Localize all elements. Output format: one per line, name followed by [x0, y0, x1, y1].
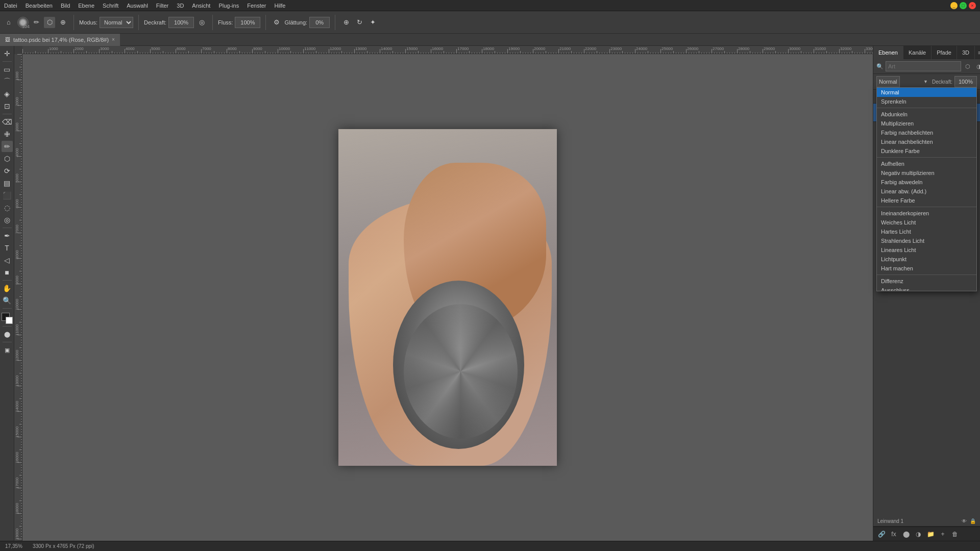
blend-option-hellere-farbe[interactable]: Hellere Farbe: [877, 196, 976, 205]
stamp-tool[interactable]: ⬡: [2, 153, 13, 164]
blend-option-farbig-nachbelichten[interactable]: Farbig nachbelichten: [877, 128, 976, 137]
brush-icon[interactable]: ✏: [31, 17, 42, 28]
blend-option-farbig-abwedeln[interactable]: Farbig abwedeln: [877, 178, 976, 187]
blend-option-aufhellen[interactable]: Aufhellen: [877, 159, 976, 168]
blend-option-dunklere-farbe[interactable]: Dunklere Farbe: [877, 146, 976, 156]
blend-option-multiplizieren[interactable]: Multiplizieren: [877, 119, 976, 128]
canvas-lock-icon[interactable]: 🔒: [970, 518, 976, 524]
blend-option-sprenkeln[interactable]: Sprenkeln: [877, 97, 976, 106]
file-tab-icon: 🖼: [5, 37, 10, 42]
background-color[interactable]: [6, 317, 13, 324]
menu-item-datei[interactable]: Datei: [4, 3, 17, 9]
blend-option-ineinanderkopieren[interactable]: Ineinanderkopieren: [877, 209, 976, 218]
blend-option-negativ-multiplizieren[interactable]: Negativ multiplizieren: [877, 168, 976, 178]
filter-adjustment-icon[interactable]: ◑: [974, 62, 980, 71]
blend-opacity-row: Normal ▼ Deckraft: Normal Sprenkeln Abdu…: [873, 74, 980, 90]
dodge-tool[interactable]: ◎: [2, 214, 13, 226]
menu-item-auswahl[interactable]: Auswahl: [127, 3, 148, 9]
menu-item-plugins[interactable]: Plug-ins: [218, 3, 239, 9]
menu-item-bearbeiten[interactable]: Bearbeiten: [26, 3, 53, 9]
heal-tool[interactable]: ✙: [2, 129, 13, 140]
pressure-icon[interactable]: ✦: [367, 17, 378, 28]
canvas-visibility-icon[interactable]: 👁: [962, 518, 967, 524]
tab-3d[interactable]: 3D: [957, 46, 975, 59]
new-layer-icon[interactable]: +: [938, 529, 948, 539]
fluss-input[interactable]: [235, 17, 260, 28]
mask-icon[interactable]: ⬤: [901, 529, 911, 539]
blend-option-normal[interactable]: Normal: [877, 88, 976, 97]
color-swatches[interactable]: [2, 313, 13, 324]
minimize-button[interactable]: _: [950, 2, 958, 9]
v-ruler-canvas: [14, 54, 22, 541]
eraser-icon[interactable]: ⬡: [44, 17, 55, 28]
screen-mode-icon[interactable]: ▣: [2, 344, 13, 356]
filter-pixel-icon[interactable]: ⬡: [963, 62, 972, 71]
rotate-icon[interactable]: ↻: [354, 17, 365, 28]
move-tool[interactable]: ✛: [2, 48, 13, 59]
blend-option-strahlendes-licht[interactable]: Strahlendes Licht: [877, 236, 976, 245]
blend-option-linear-nachbelichten[interactable]: Linear nachbelichten: [877, 137, 976, 146]
eraser-tool[interactable]: ▤: [2, 178, 13, 189]
blend-option-differenz[interactable]: Differenz: [877, 277, 976, 286]
shape-tool[interactable]: ■: [2, 267, 13, 278]
settings-icon[interactable]: ⚙: [271, 17, 282, 28]
brush-tool[interactable]: ✏: [2, 141, 13, 152]
blend-option-abdunkeln[interactable]: Abdunkeln: [877, 110, 976, 119]
object-select-tool[interactable]: ◈: [2, 88, 13, 99]
tab-ebenen[interactable]: Ebenen: [873, 46, 903, 59]
blend-mode-select[interactable]: Normal: [876, 76, 900, 87]
tab-kanale[interactable]: Kanäle: [903, 46, 932, 59]
text-tool[interactable]: T: [2, 242, 13, 254]
history-brush-tool[interactable]: ⟳: [2, 165, 13, 177]
blend-option-hartes-licht[interactable]: Hartes Licht: [877, 227, 976, 236]
menu-item-fenster[interactable]: Fenster: [247, 3, 266, 9]
zoom-tool[interactable]: 🔍: [2, 295, 13, 306]
file-tab[interactable]: 🖼 tattoo.psdc bei 17,4% (Rose, RGB/8#) ×: [0, 34, 120, 46]
symmetry-icon[interactable]: ⊕: [340, 17, 352, 28]
adjustment-icon[interactable]: ◑: [913, 529, 923, 539]
zoom-level: 17,35%: [5, 543, 22, 549]
blend-option-lichtpunkt[interactable]: Lichtpunkt: [877, 255, 976, 264]
gradient-tool[interactable]: ⬛: [2, 190, 13, 201]
home-icon[interactable]: ⌂: [3, 17, 14, 28]
deckraft-input[interactable]: [168, 17, 194, 28]
menu-item-filter[interactable]: Filter: [156, 3, 168, 9]
blend-option-lineares-licht[interactable]: Lineares Licht: [877, 245, 976, 255]
path-select-tool[interactable]: ◁: [2, 255, 13, 266]
eyedropper-tool[interactable]: ⌫: [2, 116, 13, 128]
pen-tool[interactable]: ✒: [2, 230, 13, 241]
marquee-tool[interactable]: ▭: [2, 64, 13, 75]
layers-search-input[interactable]: [886, 61, 961, 71]
blur-tool[interactable]: ◌: [2, 202, 13, 213]
file-tab-close-icon[interactable]: ×: [112, 37, 115, 42]
delete-layer-icon[interactable]: 🗑: [950, 529, 960, 539]
link-layers-icon[interactable]: 🔗: [876, 529, 887, 539]
blend-option-linear-abw[interactable]: Linear abw. (Add.): [877, 187, 976, 196]
blend-option-ausschluss[interactable]: Ausschluss: [877, 286, 976, 291]
quick-mask-icon[interactable]: ⬤: [2, 329, 13, 340]
tab-pfade[interactable]: Pfade: [932, 46, 957, 59]
maximize-button[interactable]: □: [960, 2, 967, 9]
panel-collapse-icon[interactable]: ≡: [975, 49, 980, 56]
menu-item-ansicht[interactable]: Ansicht: [192, 3, 210, 9]
blend-option-weiches-licht[interactable]: Weiches Licht: [877, 218, 976, 227]
menu-item-hilfe[interactable]: Hilfe: [274, 3, 285, 9]
glattung-input[interactable]: [309, 17, 330, 28]
menu-item-ebene[interactable]: Ebene: [78, 3, 94, 9]
close-button[interactable]: ×: [969, 2, 976, 9]
airbrush-icon[interactable]: ◎: [196, 17, 207, 28]
fx-icon[interactable]: fx: [889, 529, 899, 539]
menu-bar: Datei Bearbeiten Bild Ebene Schrift Ausw…: [0, 0, 980, 11]
opacity-input[interactable]: [954, 76, 977, 87]
menu-item-schrift[interactable]: Schrift: [103, 3, 118, 9]
menu-item-bild[interactable]: Bild: [61, 3, 70, 9]
crop-tool[interactable]: ⊡: [2, 101, 13, 112]
mode-select[interactable]: Normal: [100, 17, 133, 28]
lasso-tool[interactable]: ⌒: [2, 76, 13, 87]
group-icon[interactable]: 📁: [925, 529, 936, 539]
menu-item-3d[interactable]: 3D: [177, 3, 184, 9]
blend-option-hart-machen[interactable]: Hart machen: [877, 264, 976, 273]
hand-tool[interactable]: ✋: [2, 283, 13, 294]
canvas-body: [14, 54, 873, 541]
flow-icon[interactable]: ⊕: [57, 17, 68, 28]
